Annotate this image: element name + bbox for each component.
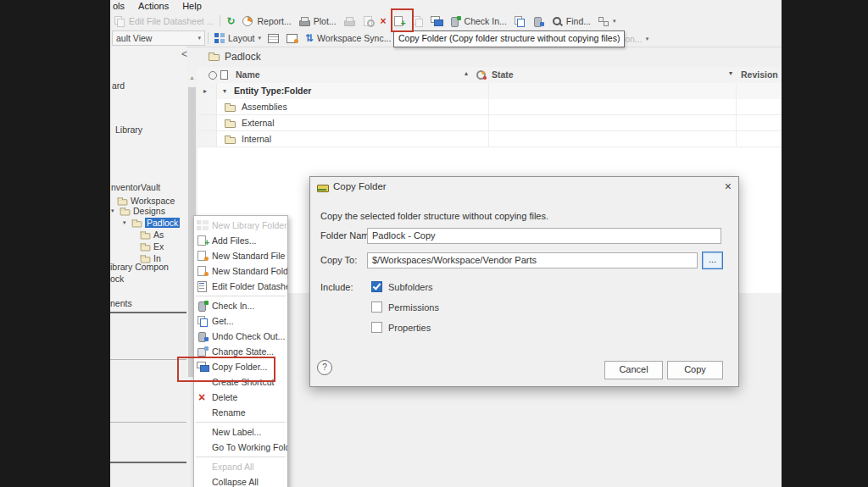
checkbox[interactable]	[371, 281, 382, 292]
report-icon	[242, 16, 253, 26]
sync-arrows-icon: ⇅	[305, 33, 314, 43]
tree-item[interactable]: ▾ ock	[110, 274, 124, 284]
tree-item[interactable]: ▾ Workspace	[117, 196, 175, 206]
find-button[interactable]: Find...	[548, 14, 594, 29]
folder-name-field[interactable]: Padlock - Copy	[367, 228, 721, 244]
checkbox[interactable]	[371, 322, 382, 333]
tree-item[interactable]: ▾ Padlock	[123, 218, 180, 228]
group-collapse-icon[interactable]: ▾	[223, 87, 226, 95]
chevron-down-icon[interactable]: ▾	[111, 208, 117, 214]
context-menu-item[interactable]: Check In...	[194, 298, 287, 313]
menu-item-icon	[197, 377, 209, 387]
dialog-titlebar[interactable]: Copy Folder ×	[310, 177, 738, 197]
check-out-button[interactable]	[529, 14, 548, 29]
copy-folder-button[interactable]	[427, 14, 446, 29]
tree-item[interactable]: ▾ As	[140, 230, 164, 240]
context-menu-item[interactable]: Edit Folder Datasheet...	[194, 279, 287, 294]
close-icon[interactable]: ×	[725, 180, 732, 193]
copy-button[interactable]: Copy	[667, 361, 723, 379]
chevron-down-icon[interactable]: ▾	[123, 219, 129, 226]
vault-view-select[interactable]: ault View ▾	[112, 30, 205, 46]
include-option[interactable]: Subfolders	[371, 281, 433, 292]
preview-pane-button[interactable]	[283, 30, 302, 46]
context-menu-item[interactable]: Collapse All	[194, 474, 287, 487]
search-icon	[551, 16, 563, 26]
collapse-pane-button[interactable]: <	[181, 48, 187, 60]
folder-icon	[225, 119, 236, 128]
menu-item-label: Get...	[212, 316, 234, 326]
sort-asc-icon[interactable]: ▴	[465, 69, 468, 77]
toolbar-separator	[220, 15, 220, 27]
select-all-circle-icon[interactable]	[209, 71, 217, 80]
column-state[interactable]: State	[492, 69, 514, 80]
tree-item-label: ock	[110, 274, 124, 284]
view-hierarchy-button[interactable]: ▾	[594, 14, 620, 29]
menu-item-label: Collapse All	[212, 477, 259, 487]
edit-file-datasheet-button[interactable]: Edit File Datasheet ...	[110, 14, 217, 29]
tree-item[interactable]: ▾ ibrary Compon	[110, 262, 169, 272]
table-row[interactable]: External	[198, 115, 782, 131]
row-expander-icon[interactable]: ▸	[203, 87, 207, 95]
include-option[interactable]: Properties	[371, 322, 431, 333]
filter-icon[interactable]: ▾	[729, 69, 732, 77]
workspace-sync-label: Workspace Sync...	[317, 33, 391, 43]
menu-item[interactable]: Actions	[131, 0, 175, 13]
column-revision[interactable]: Revision	[741, 69, 778, 80]
include-option[interactable]: Permissions	[371, 302, 439, 313]
context-menu-item[interactable]: Delete	[194, 390, 287, 405]
context-menu-item[interactable]: Undo Check Out...	[194, 329, 287, 344]
cancel-button[interactable]: Cancel	[604, 361, 663, 379]
menu-item-label: Expand All	[212, 462, 254, 472]
refresh-button[interactable]: ↻	[223, 14, 238, 29]
tree-item[interactable]: ▾ nventorVault	[111, 182, 160, 192]
context-menu-item[interactable]: Add Files...	[194, 233, 287, 248]
context-menu-item[interactable]: Go To Working Folder	[194, 440, 287, 455]
context-menu-item[interactable]: Get...	[194, 313, 287, 329]
print-preview-button[interactable]	[359, 14, 377, 29]
copy-to-field[interactable]: $/Workspaces/Workspace/Vendor Parts	[367, 252, 698, 268]
page-star-icon	[197, 251, 209, 261]
copy-folder-icon	[197, 362, 209, 372]
table-row[interactable]: Internal	[198, 131, 782, 147]
group-row[interactable]: ▸ ▾ Entity Type:Folder	[198, 83, 782, 100]
menu-item-label: Check In...	[212, 301, 254, 311]
context-menu-item[interactable]: Expand All	[194, 459, 287, 474]
context-menu-item[interactable]: New Standard File ...	[194, 248, 287, 263]
table-row[interactable]: Assemblies	[198, 99, 782, 115]
help-icon[interactable]: ?	[317, 360, 332, 375]
tree-item-label: Workspace	[131, 196, 175, 206]
context-menu-item[interactable]: Copy Folder...	[194, 359, 287, 374]
delete-button[interactable]: ×	[377, 14, 390, 29]
sidebar-item[interactable]: Library	[115, 125, 142, 135]
details-view-button[interactable]	[264, 30, 283, 46]
browse-button[interactable]: ...	[702, 252, 723, 269]
context-menu-item[interactable]: New Library Folder...	[194, 218, 287, 233]
context-menu-item[interactable]: New Standard Folder ...	[194, 263, 287, 279]
copy-folder-dialog: Copy Folder × Copy the selected folder s…	[309, 176, 739, 387]
context-menu-item[interactable]: New Label...	[194, 424, 287, 440]
menu-item-icon	[197, 442, 209, 452]
menu-item[interactable]: ols	[110, 0, 131, 13]
tree-item[interactable]: ▾ Designs	[111, 206, 165, 216]
context-menu-item[interactable]: Change State...	[194, 344, 287, 359]
copy-design-button[interactable]	[409, 14, 427, 29]
menu-item[interactable]: Help	[175, 0, 209, 13]
new-file-button[interactable]	[390, 14, 409, 29]
copy-pages-icon	[412, 16, 424, 26]
tree-item[interactable]: ▾ nents	[110, 298, 132, 308]
tree-item[interactable]: ▾ Ex	[140, 241, 164, 252]
copy-files-button[interactable]	[510, 14, 529, 29]
context-menu-item[interactable]: Rename	[194, 405, 287, 420]
column-name[interactable]: Name	[236, 69, 260, 80]
print-button[interactable]	[340, 14, 359, 29]
scroll-up-icon[interactable]: ▲	[186, 72, 198, 83]
checkbox[interactable]	[371, 302, 382, 313]
edit-file-datasheet-label: Edit File Datasheet ...	[129, 16, 214, 26]
sidebar-item[interactable]: ard	[112, 80, 125, 91]
report-button[interactable]: Report...	[238, 14, 294, 29]
context-menu-item[interactable]: Create Shortcut	[194, 374, 287, 390]
check-in-button[interactable]: Check In...	[446, 14, 510, 29]
layout-button[interactable]: Layout ▾	[211, 30, 264, 46]
workspace-sync-button[interactable]: ⇅ Workspace Sync... ▾ ▾	[302, 30, 407, 46]
plot-button[interactable]: Plot...	[295, 14, 340, 29]
